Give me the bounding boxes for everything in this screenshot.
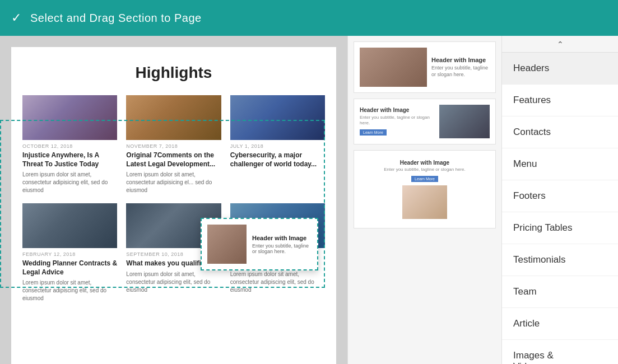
section-thumb-3[interactable]: Header with Image Enter you subtitle, ta… bbox=[354, 150, 496, 228]
blog-date: FEBRUARY 12, 2018 bbox=[22, 251, 117, 257]
blog-card: JULY 1, 2018 Cybersecurity, a major chal… bbox=[230, 95, 325, 194]
blog-headline: Wedding Planner Contracts & Legal Advice bbox=[22, 259, 117, 277]
section-thumb-centered: Header with Image Enter you subtitle, ta… bbox=[360, 156, 490, 222]
section-thumb-title: Header with Image bbox=[363, 160, 486, 166]
blog-headline: Injustice Anywhere, Is A Threat To Justi… bbox=[22, 151, 117, 169]
category-item-headers[interactable]: Headers bbox=[502, 53, 618, 85]
chevron-up-icon[interactable]: ⌃ bbox=[557, 40, 564, 49]
ghost-title: Header with Image bbox=[252, 235, 312, 241]
blog-grid: OCTOBER 12, 2018 Injustice Anywhere, Is … bbox=[22, 95, 325, 194]
section-thumb-2[interactable]: Header with Image Enter you subtitle, ta… bbox=[354, 99, 496, 144]
blog-date: OCTOBER 12, 2018 bbox=[22, 143, 117, 149]
blog-excerpt: Lorem ipsum dolor sit amet, consectetur … bbox=[126, 171, 221, 194]
section-thumb-1[interactable]: Header with Image Enter you subtitle, ta… bbox=[354, 41, 496, 93]
blog-card-image bbox=[126, 95, 221, 140]
page-title: Highlights bbox=[22, 64, 325, 82]
blog-date: NOVEMBER 7, 2018 bbox=[126, 143, 221, 149]
blog-card-image bbox=[22, 95, 117, 140]
section-thumb-text-area: Header with Image Enter you subtitle, ta… bbox=[360, 107, 436, 137]
blog-card: OCTOBER 12, 2018 Injustice Anywhere, Is … bbox=[22, 95, 117, 194]
section-thumb-image bbox=[439, 105, 490, 138]
category-item-footers[interactable]: Footers bbox=[502, 180, 618, 212]
category-item-features[interactable]: Features bbox=[502, 85, 618, 116]
blog-excerpt: Lorem ipsum dolor sit amet, consectetur … bbox=[126, 270, 221, 294]
section-thumb-text: Header with Image Enter you subtitle, ta… bbox=[431, 57, 490, 78]
category-item-contacts[interactable]: Contacts bbox=[502, 116, 618, 148]
category-item-menu[interactable]: Menu bbox=[502, 148, 618, 180]
section-thumb-title: Header with Image bbox=[360, 107, 436, 113]
section-thumb-subtitle: Enter you subtitle, tagline or slogan he… bbox=[363, 167, 486, 172]
blog-excerpt: Lorem ipsum dolor sit amet, consectetur … bbox=[22, 171, 117, 194]
section-thumb-cta-button: Learn More bbox=[411, 176, 438, 182]
blog-date: JULY 1, 2018 bbox=[230, 143, 325, 149]
drag-ghost-image bbox=[207, 225, 247, 264]
page-preview: Highlights OCTOBER 12, 2018 Injustice An… bbox=[0, 36, 347, 364]
section-thumb-image bbox=[402, 185, 447, 219]
main-area: Highlights OCTOBER 12, 2018 Injustice An… bbox=[0, 36, 618, 364]
sections-panel[interactable]: Header with Image Enter you subtitle, ta… bbox=[347, 36, 501, 364]
category-nav: ⌃ Headers Features Contacts Menu Footers… bbox=[501, 36, 618, 364]
drag-ghost-text: Header with Image Enter you subtitle, ta… bbox=[252, 235, 312, 254]
category-item-pricing-tables[interactable]: Pricing Tables bbox=[502, 212, 618, 244]
blog-excerpt: Lorem ipsum dolor sit amet, consectetur … bbox=[230, 270, 325, 294]
blog-headline: Original 7Comments on the Latest Legal D… bbox=[126, 151, 221, 169]
section-thumb-subtitle: Enter you subtitle, tagline or slogan he… bbox=[360, 115, 436, 127]
section-thumb-subtitle: Enter you subtitle, tagline or slogan he… bbox=[431, 65, 490, 78]
preview-inner: Highlights OCTOBER 12, 2018 Injustice An… bbox=[11, 47, 336, 364]
category-item-article[interactable]: Article bbox=[502, 308, 618, 340]
section-thumb-image-area bbox=[363, 185, 486, 219]
top-bar-title: Select and Drag Section to Page bbox=[30, 12, 202, 25]
ghost-subtitle: Enter you subtitle, tagline or slogan he… bbox=[252, 243, 312, 254]
blog-headline: Cybersecurity, a major challenger of wor… bbox=[230, 151, 325, 169]
section-thumb-cta-button: Learn More bbox=[360, 129, 387, 136]
drag-ghost: Header with Image Enter you subtitle, ta… bbox=[201, 218, 318, 270]
section-thumb-image bbox=[360, 48, 427, 87]
category-item-images-video[interactable]: Images &Vide... bbox=[502, 340, 618, 364]
blog-card-image bbox=[230, 95, 325, 140]
category-item-testimonials[interactable]: Testimonials bbox=[502, 244, 618, 276]
blog-excerpt: Lorem ipsum dolor sit amet, consectetur … bbox=[22, 279, 117, 302]
blog-card: FEBRUARY 12, 2018 Wedding Planner Contra… bbox=[22, 203, 117, 302]
category-nav-top: ⌃ bbox=[502, 36, 618, 53]
blog-card-image bbox=[22, 203, 117, 248]
section-thumb-title: Header with Image bbox=[431, 57, 490, 63]
top-bar: ✓ Select and Drag Section to Page bbox=[0, 0, 618, 36]
category-item-team[interactable]: Team bbox=[502, 276, 618, 308]
blog-card: NOVEMBER 7, 2018 Original 7Comments on t… bbox=[126, 95, 221, 194]
check-icon: ✓ bbox=[11, 11, 21, 25]
